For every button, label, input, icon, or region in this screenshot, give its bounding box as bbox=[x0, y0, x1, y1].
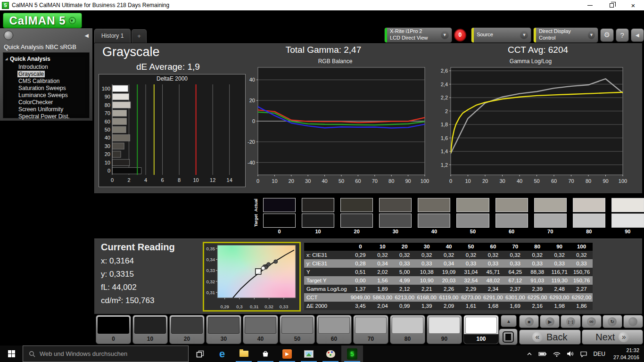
table-cell: 1,39 bbox=[416, 302, 438, 310]
swatch-column-60: 60 bbox=[495, 198, 528, 234]
svg-text:4: 4 bbox=[144, 177, 147, 183]
table-row-label: CCT bbox=[304, 293, 349, 302]
transport-stop-button[interactable]: ■ bbox=[519, 315, 539, 328]
calman-logo[interactable]: CalMAN 5 ▼ bbox=[3, 13, 82, 28]
svg-text:50: 50 bbox=[534, 178, 539, 184]
chevron-up-icon[interactable] bbox=[527, 352, 532, 356]
clock[interactable]: 21:32 27.04.2016 bbox=[611, 347, 639, 361]
battery-icon[interactable] bbox=[538, 351, 547, 357]
table-cell: 0,32 bbox=[548, 251, 570, 259]
restore-button[interactable] bbox=[601, 0, 622, 10]
deltae-chart-plot: 024681012141009080706050403020100 bbox=[99, 82, 244, 185]
swatch-level-label: 40 bbox=[418, 228, 450, 234]
patch-button-70[interactable]: 70 bbox=[353, 315, 388, 344]
table-cell: 31,04 bbox=[460, 268, 482, 276]
help-button[interactable]: ? bbox=[616, 28, 629, 42]
table-cell: 6291,00 bbox=[482, 293, 504, 302]
table-cell: 1,37 bbox=[349, 285, 372, 293]
settings-button[interactable]: ⚙ bbox=[600, 28, 613, 42]
paint-icon bbox=[326, 350, 335, 358]
close-button[interactable]: × bbox=[622, 0, 644, 10]
gamma-chart: 1,21,41,61,822,22,42,6010203040506070809… bbox=[433, 65, 628, 186]
swatch-level-label: 50 bbox=[456, 228, 489, 234]
sidebar-item-spectral-power-dist-[interactable]: Spectral Power Dist. bbox=[17, 113, 71, 120]
volume-icon[interactable] bbox=[567, 351, 574, 357]
pattern-window-button[interactable] bbox=[499, 329, 518, 345]
sidebar-collapse-icon[interactable]: ◀ bbox=[85, 33, 89, 39]
taskbar-app-file-explorer[interactable] bbox=[233, 346, 255, 362]
patch-button-80[interactable]: 80 bbox=[390, 315, 425, 344]
add-tab-button[interactable]: + bbox=[132, 29, 147, 43]
meter-dropdown[interactable]: X-Rite i1Pro 2LCD Direct View ▼ bbox=[384, 27, 452, 43]
table-row-label: x: CIE31 bbox=[304, 251, 349, 259]
meter-line2: LCD Direct View bbox=[390, 35, 428, 41]
table-cell: 0,34 bbox=[438, 259, 460, 268]
patch-button-10[interactable]: 10 bbox=[132, 315, 168, 344]
table-cell: 1,69 bbox=[504, 302, 526, 310]
nav-root-quick-analysis[interactable]: ◢ Quick Analysis bbox=[3, 55, 89, 63]
table-cell: 6225,00 bbox=[526, 293, 548, 302]
display-control-dropdown[interactable]: Direct Display Control ▼ bbox=[533, 27, 598, 43]
transport-infinity-button[interactable]: ∞ bbox=[582, 315, 602, 328]
sidebar-item-introduction[interactable]: Introduction bbox=[17, 64, 49, 70]
language-indicator[interactable]: DEU bbox=[594, 351, 605, 357]
patch-button-30[interactable]: 30 bbox=[206, 315, 241, 344]
svg-text:0: 0 bbox=[111, 177, 114, 183]
search-icon bbox=[29, 351, 35, 357]
actual-swatch-40 bbox=[418, 198, 450, 212]
table-cell: 0,33 bbox=[526, 259, 548, 268]
svg-text:20: 20 bbox=[289, 178, 294, 184]
patch-button-60[interactable]: 60 bbox=[316, 315, 352, 344]
taskbar-search[interactable] bbox=[23, 346, 189, 362]
sidebar-menu-button[interactable] bbox=[4, 31, 13, 40]
table-cell: 6213,00 bbox=[394, 293, 416, 302]
taskbar-app-edge[interactable]: e bbox=[211, 346, 233, 362]
sidebar-item-saturation-sweeps[interactable]: Saturation Sweeps bbox=[17, 85, 67, 91]
table-cell: 0,28 bbox=[349, 259, 372, 268]
svg-text:70: 70 bbox=[568, 178, 574, 184]
svg-text:2,6: 2,6 bbox=[441, 68, 448, 74]
next-button[interactable]: Next » bbox=[582, 329, 644, 345]
patch-button-100[interactable]: 100 bbox=[463, 315, 499, 344]
transport-interval-button[interactable]: [··] bbox=[561, 315, 580, 328]
top-toolbar: X-Rite i1Pro 2LCD Direct View ▼ 0 Source… bbox=[384, 27, 644, 43]
transport-record-button[interactable] bbox=[623, 315, 643, 328]
patch-swatch bbox=[98, 317, 129, 334]
minimize-button[interactable] bbox=[579, 0, 601, 10]
start-button[interactable] bbox=[0, 346, 23, 362]
wifi-icon[interactable] bbox=[553, 351, 561, 357]
taskbar-app-media-player[interactable]: ▶ bbox=[276, 346, 298, 362]
taskbar-app-task-view[interactable] bbox=[190, 346, 211, 362]
sidebar-item-cms-calibration[interactable]: CMS Calibration bbox=[17, 78, 60, 84]
transport-play-button[interactable]: ▶ bbox=[540, 315, 560, 328]
patch-bar-up-button[interactable]: ▲ bbox=[501, 315, 517, 327]
svg-text:0: 0 bbox=[449, 178, 452, 184]
source-dropdown[interactable]: Source ▼ bbox=[471, 27, 531, 43]
sidebar-item-luminance-sweeps[interactable]: Luminance Sweeps bbox=[17, 92, 69, 99]
back-button[interactable]: « Back bbox=[519, 329, 581, 345]
sidebar-item-screen-uniformity[interactable]: Screen Uniformity bbox=[17, 106, 64, 113]
calman-icon: 5 bbox=[347, 348, 357, 360]
transport-refresh-button[interactable]: ↻ bbox=[603, 315, 622, 328]
taskbar-app-store[interactable] bbox=[255, 346, 276, 362]
patch-button-50[interactable]: 50 bbox=[280, 315, 315, 344]
taskbar-app-calman[interactable]: 5 bbox=[341, 346, 363, 362]
sidebar-item-colorchecker[interactable]: ColorChecker bbox=[17, 99, 54, 106]
patch-button-40[interactable]: 40 bbox=[243, 315, 278, 344]
tab-history-1[interactable]: History 1 bbox=[94, 29, 131, 43]
patch-button-0[interactable]: 0 bbox=[96, 315, 131, 344]
search-input[interactable] bbox=[40, 350, 172, 357]
meter-error-badge[interactable]: 0 bbox=[454, 29, 466, 41]
windows-logo-icon bbox=[8, 350, 15, 357]
table-column-header: 30 bbox=[416, 243, 438, 251]
sidebar-item-grayscale[interactable]: Grayscale bbox=[17, 71, 45, 77]
table-cell: 6119,00 bbox=[438, 293, 460, 302]
taskbar-app-paint[interactable] bbox=[320, 346, 341, 362]
patch-button-20[interactable]: 20 bbox=[169, 315, 205, 344]
table-cell: 91,03 bbox=[526, 276, 548, 285]
actual-swatch-0 bbox=[263, 198, 296, 212]
taskbar-app-photo-viewer[interactable] bbox=[298, 346, 320, 362]
collapse-panel-button[interactable]: ◀ bbox=[631, 28, 644, 42]
notifications-icon[interactable] bbox=[580, 351, 587, 357]
patch-button-90[interactable]: 90 bbox=[427, 315, 462, 344]
